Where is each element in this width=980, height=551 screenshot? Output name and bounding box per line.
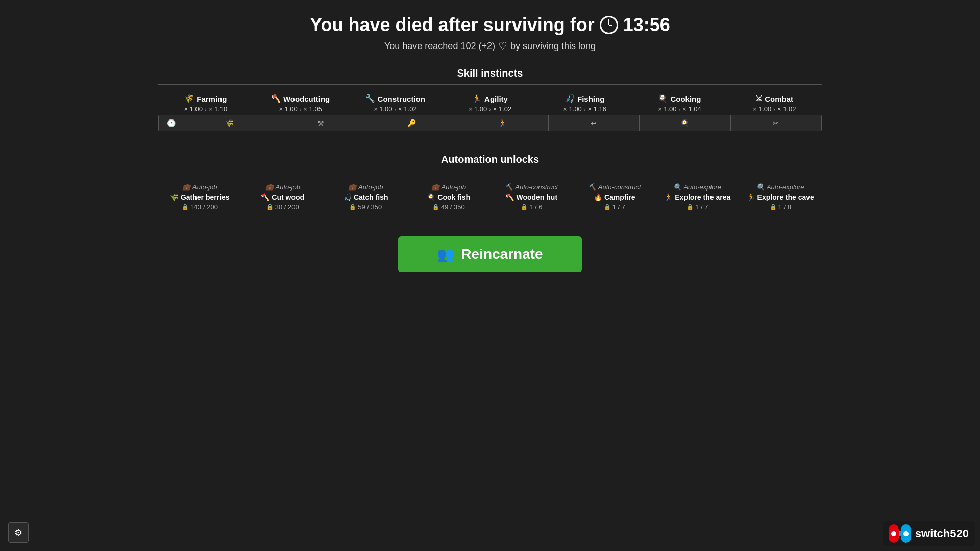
lock-icon-3: 🔒 xyxy=(349,204,356,210)
combat-mult1: × 1.00 xyxy=(753,105,772,113)
farming-mult1: × 1.00 xyxy=(184,105,203,113)
auto-job-icon-1: 💼 xyxy=(182,183,190,191)
auto-job-label-3: Auto-job xyxy=(358,183,383,191)
settings-button[interactable]: ⚙ xyxy=(8,522,29,543)
reincarnate-label: Reincarnate xyxy=(461,246,543,262)
auto-construct-label-1: Auto-construct xyxy=(515,183,558,191)
gather-berries-icon: 🌾 xyxy=(170,193,179,201)
agility-icon: 🏃 xyxy=(472,94,482,103)
auto-wooden-hut: 🔨 Auto-construct 🪓 Wooden hut 🔒 1 / 6 xyxy=(490,178,573,216)
cooking-mult1: × 1.00 xyxy=(658,105,677,113)
svg-point-3 xyxy=(903,531,909,536)
skills-divider xyxy=(158,84,822,85)
lock-icon-5: 🔒 xyxy=(521,204,528,210)
woodcutting-label: Woodcutting xyxy=(283,94,330,103)
fishing-mult1: × 1.00 xyxy=(563,105,582,113)
fishing-mult2: × 1.16 xyxy=(588,105,607,113)
skill-agility: 🏃 Agility × 1.00 › × 1.02 xyxy=(443,92,537,115)
automation-divider xyxy=(158,171,822,171)
explore-area-label: Explore the area xyxy=(675,193,730,201)
wooden-hut-label: Wooden hut xyxy=(516,193,557,201)
clock-icon xyxy=(600,16,618,34)
skills-section: Skill instincts 🌾 Farming × 1.00 › × 1.1… xyxy=(158,67,822,143)
progress-farming: 🌾 xyxy=(184,115,275,131)
wooden-hut-icon: 🪓 xyxy=(505,193,514,201)
progress-fishing: ↩ xyxy=(549,115,640,131)
agility-mult1: × 1.00 xyxy=(469,105,487,113)
campfire-icon: 🔥 xyxy=(594,193,602,201)
skill-woodcutting: 🪓 Woodcutting × 1.00 › × 1.05 xyxy=(253,92,348,115)
auto-construct-icon-1: 🔨 xyxy=(505,183,513,191)
gather-berries-progress: 143 / 200 xyxy=(190,203,218,211)
lock-icon-8: 🔒 xyxy=(770,204,777,210)
auto-job-icon-3: 💼 xyxy=(348,183,356,191)
cooking-icon: 🍳 xyxy=(658,94,668,103)
farming-icon: 🌾 xyxy=(184,94,194,103)
skill-farming: 🌾 Farming × 1.00 › × 1.10 xyxy=(158,92,253,115)
auto-campfire: 🔨 Auto-construct 🔥 Campfire 🔒 1 / 7 xyxy=(573,178,656,216)
heart-icon: ♡ xyxy=(498,40,507,52)
reincarnate-button[interactable]: 👥 Reincarnate xyxy=(398,236,582,272)
skills-section-title: Skill instincts xyxy=(158,67,822,79)
nintendo-logo xyxy=(889,524,911,543)
lock-icon-6: 🔒 xyxy=(604,204,611,210)
death-title: You have died after surviving for 13:56 xyxy=(310,14,670,36)
auto-explore-icon-2: 🔍 xyxy=(756,183,765,191)
explore-area-progress: 1 / 7 xyxy=(695,203,708,211)
fishing-icon: 🎣 xyxy=(565,94,575,103)
auto-job-label-4: Auto-job xyxy=(442,183,466,191)
auto-catch-fish: 💼 Auto-job 🎣 Catch fish 🔒 59 / 350 xyxy=(324,178,407,216)
auto-explore-icon-1: 🔍 xyxy=(673,183,681,191)
explore-cave-icon: 🏃 xyxy=(747,193,755,201)
nintendo-badge: switch520 xyxy=(883,521,975,546)
subtitle-suffix: by surviving this long xyxy=(510,41,596,52)
catch-fish-progress: 59 / 350 xyxy=(358,203,382,211)
cut-wood-progress: 30 / 200 xyxy=(275,203,299,211)
skill-cooking: 🍳 Cooking × 1.00 › × 1.04 xyxy=(632,92,727,115)
lock-icon-7: 🔒 xyxy=(687,204,694,210)
progress-combat: ✂ xyxy=(731,115,821,131)
skills-grid: 🌾 Farming × 1.00 › × 1.10 🪓 Woodcutting … xyxy=(158,92,822,115)
auto-job-icon-4: 💼 xyxy=(431,183,439,191)
auto-explore-cave: 🔍 Auto-explore 🏃 Explore the cave 🔒 1 / … xyxy=(739,178,822,216)
automation-grid: 💼 Auto-job 🌾 Gather berries 🔒 143 / 200 … xyxy=(158,178,822,216)
cook-fish-label: Cook fish xyxy=(437,193,470,201)
wooden-hut-progress: 1 / 6 xyxy=(529,203,542,211)
lock-icon-4: 🔒 xyxy=(432,204,439,210)
auto-explore-label-2: Auto-explore xyxy=(767,183,804,191)
agility-label: Agility xyxy=(484,94,508,103)
automation-section-title: Automation unlocks xyxy=(158,154,822,165)
construction-mult1: × 1.00 xyxy=(374,105,393,113)
fishing-label: Fishing xyxy=(577,94,604,103)
auto-job-label-2: Auto-job xyxy=(276,183,300,191)
title-prefix: You have died after surviving for xyxy=(310,14,594,36)
auto-explore-label-1: Auto-explore xyxy=(683,183,721,191)
campfire-progress: 1 / 7 xyxy=(612,203,625,211)
automation-section: Automation unlocks 💼 Auto-job 🌾 Gather b… xyxy=(158,154,822,231)
explore-area-icon: 🏃 xyxy=(664,193,673,201)
farming-label: Farming xyxy=(197,94,227,103)
progress-time-icon: 🕐 xyxy=(159,115,184,131)
catch-fish-label: Catch fish xyxy=(354,193,388,201)
cook-fish-icon: 🍳 xyxy=(427,193,435,201)
cut-wood-icon: 🪓 xyxy=(261,193,270,201)
farming-mult2: × 1.10 xyxy=(209,105,228,113)
skill-progress-bar-row: 🕐 🌾 ⚒ 🔑 🏃 ↩ 🍳 ✂ xyxy=(158,115,822,131)
gather-berries-label: Gather berries xyxy=(181,193,230,201)
lock-icon-1: 🔒 xyxy=(182,204,189,210)
subtitle: You have reached 102 (+2) ♡ by surviving… xyxy=(384,40,596,52)
progress-agility: 🏃 xyxy=(457,115,548,131)
auto-construct-label-2: Auto-construct xyxy=(598,183,641,191)
explore-cave-progress: 1 / 8 xyxy=(778,203,791,211)
catch-fish-icon: 🎣 xyxy=(343,193,352,201)
reincarnate-icon: 👥 xyxy=(437,246,455,263)
auto-construct-icon-2: 🔨 xyxy=(588,183,596,191)
woodcutting-icon: 🪓 xyxy=(271,94,281,103)
woodcutting-mult2: × 1.05 xyxy=(303,105,322,113)
auto-job-label-1: Auto-job xyxy=(192,183,217,191)
explore-cave-label: Explore the cave xyxy=(757,193,814,201)
main-container: You have died after surviving for 13:56 … xyxy=(0,0,980,272)
auto-gather-berries: 💼 Auto-job 🌾 Gather berries 🔒 143 / 200 xyxy=(158,178,241,216)
woodcutting-mult1: × 1.00 xyxy=(279,105,298,113)
agility-mult2: × 1.02 xyxy=(493,105,512,113)
